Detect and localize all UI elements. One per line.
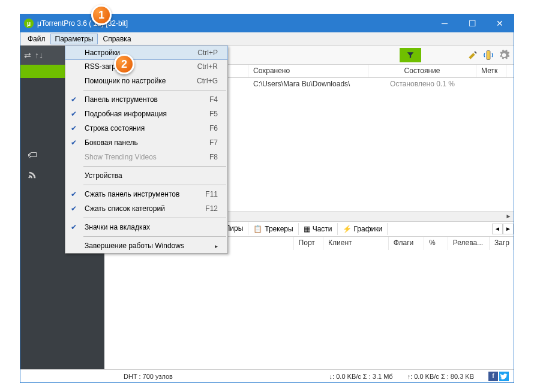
- col-label[interactable]: Метк: [476, 65, 506, 77]
- dd-status[interactable]: ✔Строка состоянияF6: [65, 121, 227, 135]
- svg-rect-0: [487, 50, 490, 59]
- dd-sep: [83, 166, 226, 167]
- highlighter-icon[interactable]: [467, 49, 479, 61]
- callout-badge-1: 1: [91, 5, 112, 25]
- dd-sep: [83, 185, 226, 185]
- dd-trending: Show Trending VideosF8: [65, 150, 227, 164]
- funnel-icon: [406, 51, 415, 59]
- dd-shutdown[interactable]: Завершение работы Windows▸: [65, 239, 227, 253]
- status-down: ↓: 0.0 KB/c Σ : 3.1 Мб: [329, 373, 393, 380]
- col-client[interactable]: Клиент: [323, 237, 389, 250]
- dd-wizard[interactable]: Помощник по настройкеCtrl+G: [65, 74, 227, 88]
- menu-help[interactable]: Справка: [98, 34, 136, 44]
- tab-pieces[interactable]: ▦Части: [299, 223, 338, 235]
- maximize-button[interactable]: ☐: [458, 14, 486, 32]
- dd-settings[interactable]: НастройкиCtrl+P: [65, 46, 228, 60]
- menu-options[interactable]: Параметры: [50, 34, 98, 44]
- facebook-icon[interactable]: f: [488, 372, 498, 381]
- statusbar: DHT : 700 узлов ↓: 0.0 KB/c Σ : 3.1 Мб ↑…: [20, 369, 514, 382]
- status-dht: DHT : 700 узлов: [124, 373, 173, 380]
- menubar: Файл Параметры Справка: [20, 32, 514, 46]
- close-button[interactable]: ✕: [486, 14, 514, 32]
- submenu-arrow-icon: ▸: [215, 243, 223, 249]
- twitter-icon[interactable]: [499, 372, 509, 381]
- col-down[interactable]: Загр: [490, 237, 514, 250]
- dd-sep: [83, 218, 226, 218]
- dd-sidebar[interactable]: ✔Боковая панельF7: [65, 135, 227, 150]
- dd-devices[interactable]: Устройства: [65, 168, 227, 183]
- dd-sep: [83, 236, 226, 237]
- callout-badge-2: 2: [114, 54, 134, 74]
- tabs-scroll-left[interactable]: ◄: [492, 224, 503, 234]
- gear-icon[interactable]: [498, 49, 510, 61]
- tab-trackers[interactable]: 📋Трекеры: [248, 223, 298, 235]
- col-pct[interactable]: %: [424, 237, 448, 250]
- col-saved[interactable]: Сохранено: [248, 65, 368, 77]
- dd-detail[interactable]: ✔Подробная информацияF5: [65, 107, 227, 121]
- sort-icon[interactable]: ↑↓: [35, 50, 43, 60]
- col-port[interactable]: Порт: [294, 237, 324, 250]
- col-relev[interactable]: Релева...: [448, 237, 490, 250]
- dd-compact-cat[interactable]: ✔Сжать список категорийF12: [65, 201, 227, 216]
- app-icon: μ: [24, 19, 34, 28]
- menu-file[interactable]: Файл: [23, 34, 50, 44]
- remote-icon[interactable]: [482, 49, 494, 61]
- col-flags[interactable]: Флаги: [389, 237, 424, 250]
- dd-rss[interactable]: RSS-загрузчиCtrl+R: [65, 59, 227, 74]
- options-dropdown: НастройкиCtrl+P RSS-загрузчиCtrl+R Помощ…: [65, 46, 228, 254]
- dd-tab-icons[interactable]: ✔Значки на вкладках: [65, 220, 227, 234]
- filter-button[interactable]: [400, 48, 421, 62]
- minimize-button[interactable]: ─: [431, 14, 458, 32]
- tab-speed[interactable]: ⚡Графики: [338, 223, 388, 235]
- torrent-status: Остановлено 0.1 %: [368, 78, 476, 91]
- peers-body: [104, 250, 514, 370]
- status-up: ↑: 0.0 KB/c Σ : 80.3 KB: [407, 373, 474, 380]
- dd-toolbar[interactable]: ✔Панель инструментовF4: [65, 92, 227, 107]
- dd-sep: [83, 90, 226, 91]
- swap-icon[interactable]: ⇄: [24, 50, 31, 60]
- tabs-scroll-right[interactable]: ►: [503, 224, 514, 234]
- dd-compact-toolbar[interactable]: ✔Сжать панель инструментовF11: [65, 187, 227, 201]
- torrent-path: C:\Users\Mara Bu\Downloads\: [248, 78, 368, 91]
- scroll-right-icon[interactable]: ►: [503, 212, 514, 221]
- col-status[interactable]: Состояние: [368, 65, 476, 77]
